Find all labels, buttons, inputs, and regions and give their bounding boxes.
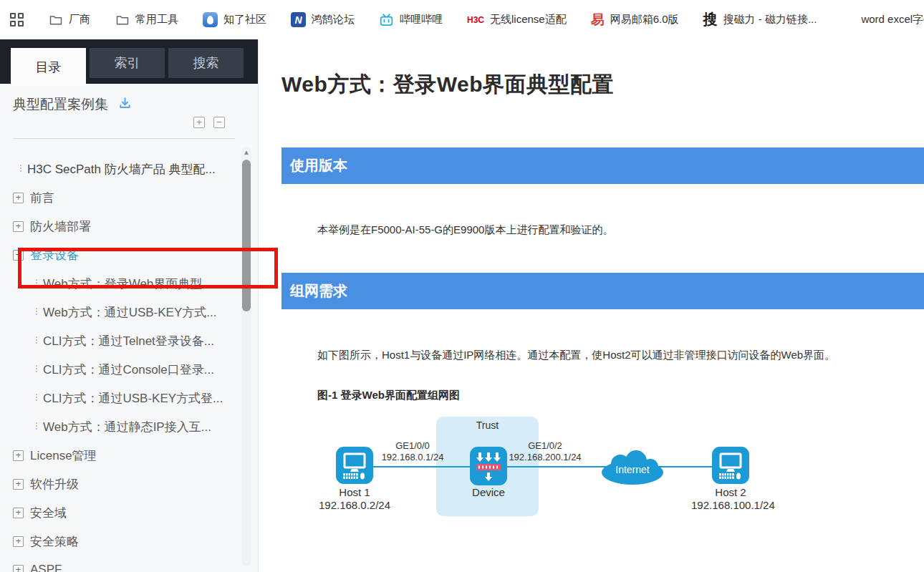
- tree-marker-icon: [36, 422, 37, 431]
- tree-marker-icon: [36, 308, 37, 316]
- tree-item-cli-console[interactable]: CLI方式：通过Console口登录...: [0, 355, 258, 384]
- tree-item-aspf[interactable]: + ASPF: [0, 556, 258, 572]
- download-icon[interactable]: [118, 97, 132, 113]
- expand-icon[interactable]: +: [13, 193, 24, 203]
- tree-item-software-upgrade[interactable]: + 软件升级: [0, 470, 258, 498]
- network-link-line: [355, 466, 731, 467]
- tree-marker-icon: [20, 165, 21, 173]
- bookmark-netease-mail[interactable]: 易 网易邮箱6.0版: [591, 12, 679, 27]
- bookmark-label: 鸿鹄论坛: [312, 13, 355, 26]
- bookmark-word-excel[interactable]: word excel字体都...: [841, 13, 924, 27]
- tree-item-cli-telnet[interactable]: CLI方式：通过Telnet登录设备...: [0, 326, 258, 355]
- tree-item-firewall-deploy[interactable]: + 防火墙部署: [0, 212, 258, 241]
- tab-search[interactable]: 搜索: [168, 48, 244, 78]
- device-label: Device: [449, 486, 528, 499]
- bookmark-soucili[interactable]: 搜 搜磁力 - 磁力链接...: [703, 12, 817, 27]
- tree-item-cli-usbkey[interactable]: CLI方式：通过USB-KEY方式登...: [0, 384, 258, 412]
- sidebar: 目录 索引 搜索 典型配置案例集 + −: [0, 39, 259, 572]
- figure-caption: 图-1 登录Web界面配置组网图: [317, 389, 924, 402]
- section-heading-network: 组网需求: [281, 273, 924, 309]
- host2-label: Host 2 192.168.100.1/24: [691, 486, 770, 512]
- content-pane: Web方式：登录Web界面典型配置 使用版本 本举例是在F5000-AI-55-…: [259, 39, 924, 572]
- scrollbar-thumb[interactable]: [242, 160, 251, 311]
- bookmark-label: 哔哩哔哩: [400, 13, 443, 26]
- sidebar-toolbar: 典型配置案例集 + −: [0, 84, 258, 139]
- tree-item-h3c-secpath-root[interactable]: H3C SecPath 防火墙产品 典型配...: [0, 155, 258, 183]
- bookmark-bilibili[interactable]: 哔哩哔哩: [379, 12, 443, 27]
- sidebar-tab-bar: 目录 索引 搜索: [0, 39, 258, 84]
- tree-marker-icon: [36, 336, 37, 345]
- expand-icon[interactable]: +: [13, 221, 24, 232]
- honghu-icon: N: [291, 12, 306, 27]
- zhiliao-icon: [203, 12, 218, 27]
- tree-item-security-policy[interactable]: + 安全策略: [0, 527, 258, 556]
- folder-icon: [115, 12, 130, 27]
- bookmark-label: 无线license适配: [490, 13, 567, 26]
- sou-icon: 搜: [703, 12, 718, 27]
- tree-item-web-static-ip[interactable]: Web方式：通过静态IP接入互...: [0, 412, 258, 441]
- bookmark-vendor-folder[interactable]: 厂商: [48, 12, 90, 27]
- network-diagram: Trust: [334, 411, 914, 536]
- collapse-icon[interactable]: −: [13, 250, 24, 261]
- host1-label: Host 1 192.168.0.2/24: [315, 486, 394, 512]
- apps-grid-icon[interactable]: [10, 13, 24, 26]
- expand-icon[interactable]: +: [13, 450, 24, 461]
- tree-item-security-zone[interactable]: + 安全域: [0, 498, 258, 527]
- bilibili-icon: [379, 12, 394, 27]
- section-body-network: 如下图所示，Host1与设备通过IP网络相连。通过本配置，使Host2可以通过非…: [317, 349, 924, 362]
- internet-label: Internet: [615, 464, 650, 475]
- bookmark-h3c-license[interactable]: H3C 无线license适配: [467, 12, 567, 27]
- tab-index[interactable]: 索引: [90, 48, 165, 78]
- bookmark-common-tools-folder[interactable]: 常用工具: [115, 12, 178, 27]
- expand-icon[interactable]: +: [13, 565, 24, 572]
- device-left-interface-label: GE1/0/0 192.168.0.1/24: [359, 440, 466, 463]
- tree-item-preface[interactable]: + 前言: [0, 183, 258, 212]
- bookmark-zhiliao[interactable]: 知了社区: [203, 12, 266, 27]
- expand-icon[interactable]: +: [13, 536, 24, 547]
- trust-zone-label: Trust: [436, 420, 539, 431]
- tree-marker-icon: [36, 365, 37, 374]
- host2-icon: [712, 447, 749, 487]
- tree-item-login-device[interactable]: − 登录设备: [0, 241, 258, 269]
- tree-marker-icon: [36, 394, 37, 402]
- bookmark-label: 常用工具: [135, 13, 178, 26]
- tree-item-web-usbkey[interactable]: Web方式：通过USB-KEY方式...: [0, 298, 258, 326]
- bookmark-honghu[interactable]: N 鸿鹄论坛: [291, 12, 355, 27]
- expand-all-button[interactable]: +: [193, 117, 205, 128]
- bookmarks-bar: 厂商 常用工具 知了社区 N 鸿鹄论坛 哔哩哔哩 H3C 无线license适配…: [0, 0, 924, 39]
- section-body-version: 本举例是在F5000-AI-55-G的E9900版本上进行配置和验证的。: [317, 223, 924, 237]
- bookmark-label: 网易邮箱6.0版: [610, 13, 679, 26]
- bookmark-label: 搜磁力 - 磁力链接...: [723, 13, 817, 26]
- folder-icon: [48, 12, 63, 27]
- section-heading-version: 使用版本: [281, 147, 924, 184]
- microsoft-icon: [841, 13, 855, 27]
- bookmark-label: 厂商: [69, 13, 90, 26]
- h3c-logo-icon: H3C: [467, 12, 484, 27]
- bookmark-label: 知了社区: [223, 13, 266, 26]
- page-title: Web方式：登录Web界面典型配置: [281, 70, 924, 100]
- main-area: 目录 索引 搜索 典型配置案例集 + −: [0, 39, 924, 572]
- scroll-up-icon[interactable]: ▲: [241, 147, 251, 156]
- netease-mail-icon: 易: [591, 12, 605, 27]
- toc-tree: H3C SecPath 防火墙产品 典型配... + 前言 + 防火墙部署 − …: [0, 139, 258, 572]
- internet-cloud-icon: Internet: [600, 450, 665, 487]
- bookmark-label: word excel字体都...: [861, 13, 924, 26]
- tab-contents[interactable]: 目录: [11, 48, 86, 86]
- expand-icon[interactable]: +: [13, 479, 24, 490]
- device-right-interface-label: GE1/0/2 192.168.200.1/24: [491, 440, 599, 463]
- collection-title: 典型配置案例集: [13, 95, 108, 114]
- sidebar-scrollbar[interactable]: ▲: [241, 147, 251, 566]
- tree-marker-icon: [36, 279, 37, 288]
- tree-item-web-login[interactable]: Web方式：登录Web界面典型...: [0, 269, 258, 298]
- expand-icon[interactable]: +: [13, 508, 24, 518]
- collapse-all-button[interactable]: −: [213, 117, 225, 128]
- tree-item-license-mgmt[interactable]: + License管理: [0, 441, 258, 470]
